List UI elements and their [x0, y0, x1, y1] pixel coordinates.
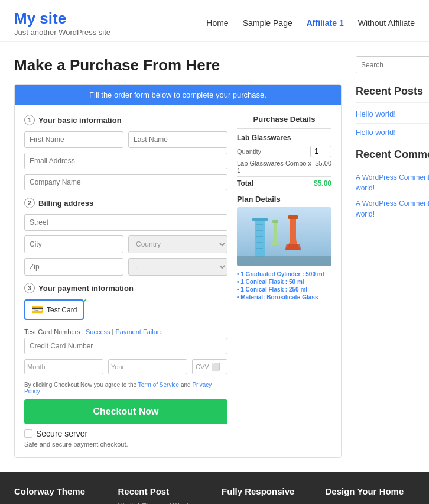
company-input[interactable]: [24, 174, 228, 190]
section3-label: 3 Your payment information: [24, 283, 228, 293]
total-price: $5.00: [314, 179, 332, 188]
nav-without-affiliate[interactable]: Without Affiliate: [358, 18, 415, 28]
cvv-field: CVV ⬜: [192, 359, 228, 374]
sidebar: 🔍 Recent Posts Hello world! Hello world!…: [356, 56, 429, 458]
search-box: 🔍: [356, 56, 429, 73]
nav-sample-page[interactable]: Sample Page: [243, 18, 292, 28]
credit-card-icon: 💳: [31, 304, 43, 315]
nav-home[interactable]: Home: [206, 18, 228, 28]
svg-rect-10: [237, 256, 332, 266]
plan-item-1: • 1 Conical Flask : 50 ml: [237, 279, 332, 285]
comment-author-0[interactable]: A WordPress Commenter: [356, 173, 429, 182]
recent-post-link-0[interactable]: Hello world!: [356, 109, 396, 118]
payment-section: 3 Your payment information 💳 Test Card ✔…: [24, 283, 228, 448]
zip-input[interactable]: [24, 258, 124, 276]
page-title: Make a Purchase From Here: [14, 56, 342, 75]
secure-label: Secure server: [36, 429, 87, 438]
credit-card-input[interactable]: [24, 338, 228, 354]
recent-post-link-1[interactable]: Hello world!: [356, 128, 396, 137]
purchase-title: Purchase Details: [237, 115, 332, 124]
svg-rect-8: [272, 220, 278, 223]
site-title: My site Just another WordPress site: [14, 9, 110, 37]
section1-number: 1: [24, 115, 35, 125]
footer-col-colorway: Colorway Theme Footer is widgetized. To …: [14, 486, 104, 504]
month-select[interactable]: Month: [24, 359, 103, 374]
footer-col1-title: Colorway Theme: [14, 486, 104, 496]
plan-items-list: • 1 Graduated Cylinder : 500 ml • 1 Coni…: [237, 271, 332, 301]
recent-comments-title: Recent Comments: [356, 148, 429, 166]
zip-extra-select[interactable]: -: [128, 258, 228, 276]
form-fields: 1 Your basic information 2 Billing addre…: [24, 115, 228, 448]
main-nav: Home Sample Page Affiliate 1 Without Aff…: [206, 18, 415, 28]
nav-affiliate1[interactable]: Affiliate 1: [307, 18, 344, 28]
combo-price: $5.00: [315, 160, 332, 174]
search-input[interactable]: [356, 57, 429, 73]
comment-author-1[interactable]: A WordPress Commenter: [356, 199, 429, 208]
footer-col3-title: Fully Responsive: [222, 486, 311, 496]
total-row: Total $5.00: [237, 176, 332, 188]
card-select-button[interactable]: 💳 Test Card: [24, 299, 84, 320]
form-header: Fill the order form below to complete yo…: [15, 85, 341, 105]
comment-1: A WordPress Commenter on Hello world!: [356, 198, 429, 219]
recent-posts-title: Recent Posts: [356, 85, 429, 103]
cvv-label: CVV: [196, 363, 209, 370]
first-name-input[interactable]: [24, 131, 124, 148]
recent-post-1: Hello world!: [356, 127, 429, 137]
section1-label: 1 Your basic information: [24, 115, 228, 125]
cvv-icon: ⬜: [212, 363, 220, 371]
footer-col-recent-post: Recent Post Worth A Thousand Words Categ…: [118, 486, 208, 504]
footer-col2-title: Recent Post: [118, 486, 208, 496]
plan-title: Plan Details: [237, 195, 332, 203]
site-tagline: Just another WordPress site: [14, 28, 110, 37]
checkout-button[interactable]: Checkout Now: [24, 399, 228, 424]
footer-col4-title: Design Your Home: [326, 486, 415, 496]
terms-link[interactable]: Term of Service: [138, 382, 179, 388]
recent-post-0: Hello world!: [356, 109, 429, 118]
zip-row: -: [24, 258, 228, 276]
country-select[interactable]: Country: [128, 235, 228, 253]
expiry-row: Month Year CVV ⬜: [24, 359, 228, 374]
main-wrapper: Make a Purchase From Here Fill the order…: [0, 42, 429, 472]
street-input[interactable]: [24, 214, 228, 231]
secure-row: Secure server: [24, 429, 228, 438]
header: My site Just another WordPress site Home…: [0, 0, 429, 42]
quantity-input[interactable]: [310, 146, 332, 157]
plan-item-0: • 1 Graduated Cylinder : 500 ml: [237, 271, 332, 277]
safe-text: Safe and secure payment checkout.: [24, 441, 228, 448]
failure-link[interactable]: Payment Failure: [116, 328, 163, 335]
agree-text: By clicking Checkout Now you agree to th…: [24, 382, 228, 395]
billing-section: 2 Billing address Country -: [24, 198, 228, 276]
email-input[interactable]: [24, 153, 228, 169]
year-select[interactable]: Year: [108, 359, 187, 374]
section3-number: 3: [24, 283, 35, 293]
success-link[interactable]: Success: [86, 328, 110, 335]
combo-label: Lab Glasswares Combo x 1: [237, 160, 315, 174]
svg-rect-2: [252, 218, 268, 221]
purchase-details: Purchase Details Lab Glasswares Quantity…: [237, 115, 332, 448]
form-body: 1 Your basic information 2 Billing addre…: [15, 105, 341, 457]
quantity-label: Quantity: [237, 148, 261, 155]
content-area: Make a Purchase From Here Fill the order…: [14, 56, 342, 458]
card-button-label: Test Card: [47, 306, 77, 314]
name-row: [24, 131, 228, 148]
combo-row: Lab Glasswares Combo x 1 $5.00: [237, 160, 332, 174]
footer-col-design: Design Your Home Express your creativity…: [326, 486, 415, 504]
plan-item-3: • Material: Borosilicate Glass: [237, 294, 332, 301]
plan-item-2: • 1 Conical Flask : 250 ml: [237, 286, 332, 293]
comment-0: A WordPress Commenter on Hello world!: [356, 172, 429, 193]
test-card-info: Test Card Numbers : Success | Payment Fa…: [24, 328, 228, 335]
quantity-row: Quantity: [237, 146, 332, 157]
purchase-form-card: Fill the order form below to complete yo…: [14, 84, 342, 458]
section2-number: 2: [24, 198, 35, 208]
flask-illustration: [237, 207, 332, 266]
section2-label: 2 Billing address: [24, 198, 228, 208]
city-country-row: Country: [24, 235, 228, 253]
footer-col-responsive: Fully Responsive Colorway is a unique re…: [222, 486, 311, 504]
city-input[interactable]: [24, 235, 124, 253]
check-icon: ✔: [82, 297, 87, 305]
product-name: Lab Glasswares: [237, 134, 332, 142]
secure-checkbox: [24, 429, 32, 438]
last-name-input[interactable]: [128, 131, 228, 148]
total-label: Total: [237, 179, 254, 188]
site-name: My site: [14, 9, 110, 28]
